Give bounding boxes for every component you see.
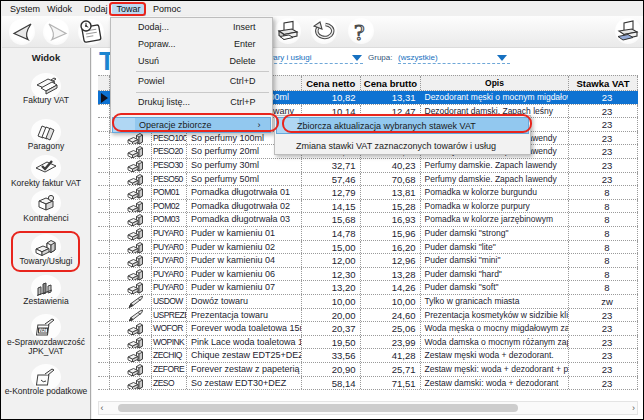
- svg-text:VAT: VAT: [39, 328, 47, 333]
- svg-text:?: ?: [354, 19, 365, 45]
